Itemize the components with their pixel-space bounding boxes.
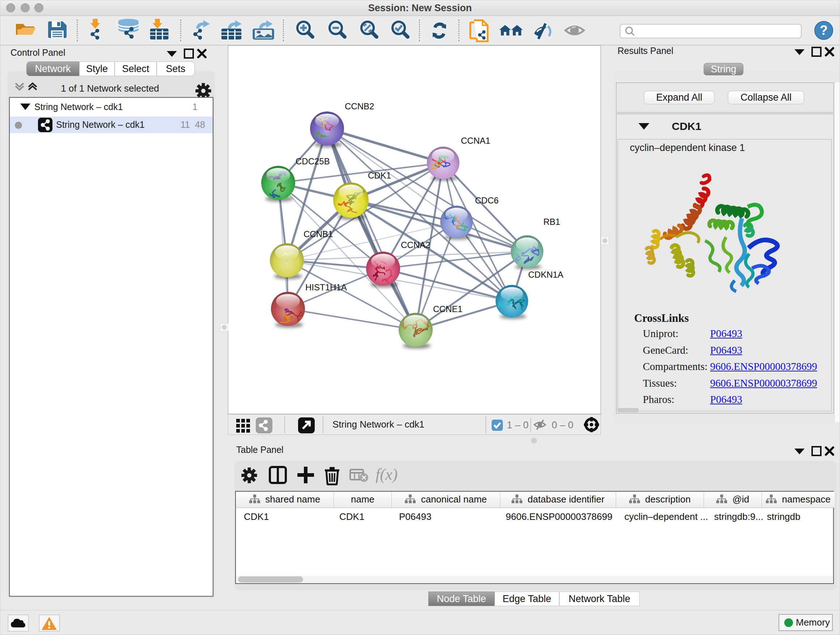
- svg-text:?: ?: [820, 23, 828, 38]
- svg-text:CDKN1A: CDKN1A: [528, 270, 563, 279]
- svg-text:CCNB2: CCNB2: [345, 101, 374, 111]
- svg-text:CCNA2: CCNA2: [401, 240, 430, 250]
- svg-text:HIST1H1A: HIST1H1A: [305, 282, 347, 292]
- svg-text:CDK1: CDK1: [368, 171, 391, 180]
- svg-text:CCNA1: CCNA1: [461, 136, 490, 146]
- svg-text:CDC6: CDC6: [475, 195, 499, 205]
- svg-text:f(x): f(x): [376, 466, 398, 483]
- svg-text:CCNB1: CCNB1: [303, 229, 333, 239]
- svg-text:0 – 0: 0 – 0: [552, 420, 573, 431]
- svg-text:1 – 0: 1 – 0: [507, 420, 529, 431]
- svg-text:CCNE1: CCNE1: [433, 304, 462, 314]
- svg-text:CDC25B: CDC25B: [295, 157, 330, 166]
- svg-text:RB1: RB1: [543, 217, 561, 226]
